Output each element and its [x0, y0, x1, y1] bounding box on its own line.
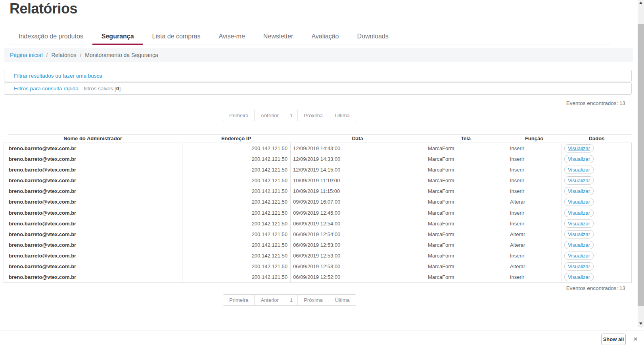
breadcrumb-separator: /	[80, 52, 81, 58]
filter-search-link[interactable]: Filtrar resultados ou fazer uma busca	[14, 73, 102, 79]
table-row: breno.barreto@vtex.com.br 200.142.121.50…	[4, 240, 631, 250]
pagination-first-button[interactable]: Primeira	[223, 295, 254, 305]
cell-ip-address: 200.142.121.50	[182, 175, 290, 186]
cell-admin-email: breno.barreto@vtex.com.br	[4, 164, 182, 175]
visualizar-button[interactable]: Visualizar	[564, 144, 594, 153]
table-body: breno.barreto@vtex.com.br 200.142.121.50…	[4, 143, 632, 283]
visualizar-button[interactable]: Visualizar	[564, 241, 594, 249]
column-header-date: Data	[290, 135, 425, 142]
cell-date: 12/09/2019 14:33:00	[290, 154, 425, 164]
column-header-screen: Tela	[425, 135, 507, 142]
cell-action: Visualizar	[562, 186, 631, 196]
visualizar-button[interactable]: Visualizar	[564, 262, 594, 271]
cell-ip-address: 200.142.121.50	[182, 261, 290, 272]
filter-search-bar[interactable]: Filtrar resultados ou fazer uma busca	[4, 70, 632, 82]
show-all-button[interactable]: Show all	[601, 334, 626, 345]
cell-function: Alterar	[507, 240, 562, 250]
cell-ip-address: 200.142.121.50	[182, 164, 290, 175]
cell-action: Visualizar	[562, 164, 631, 175]
events-found-count-bottom: Eventos encontrados: 13	[467, 285, 625, 291]
table-row: breno.barreto@vtex.com.br 200.142.121.50…	[4, 207, 631, 218]
scrollbar-down-arrow-icon[interactable]	[639, 322, 642, 325]
cell-function: Alterar	[507, 261, 562, 272]
pagination-last-button[interactable]: Última	[329, 295, 356, 305]
pagination-first-button[interactable]: Primeira	[223, 110, 254, 121]
tab-bar: Indexação de produtos Segurança Lista de…	[10, 29, 611, 44]
cell-admin-email: breno.barreto@vtex.com.br	[4, 175, 182, 186]
close-icon[interactable]: ×	[633, 335, 638, 343]
cell-screen: MarcaForm	[425, 164, 507, 175]
downloads-notification-bar: Show all ×	[0, 330, 644, 349]
pagination-page-button[interactable]: 1	[285, 110, 297, 121]
cell-action: Visualizar	[562, 261, 631, 272]
cell-admin-email: breno.barreto@vtex.com.br	[4, 272, 182, 282]
cell-ip-address: 200.142.121.50	[182, 272, 290, 282]
cell-ip-address: 200.142.121.50	[182, 250, 290, 261]
visualizar-button[interactable]: Visualizar	[564, 273, 594, 281]
quick-filters-link[interactable]: Filtros para consulta rápida	[14, 86, 79, 92]
table-header-row: Nome do Administrador Endereço IP Data T…	[4, 135, 632, 142]
tab-newsletter[interactable]: Newsletter	[254, 29, 303, 45]
vertical-scrollbar[interactable]	[638, 0, 644, 327]
visualizar-button[interactable]: Visualizar	[564, 198, 594, 206]
pagination-previous-button[interactable]: Anterior	[254, 110, 285, 121]
cell-ip-address: 200.142.121.50	[182, 218, 290, 229]
cell-ip-address: 200.142.121.50	[182, 154, 290, 164]
cell-admin-email: breno.barreto@vtex.com.br	[4, 261, 182, 272]
cell-admin-email: breno.barreto@vtex.com.br	[4, 186, 182, 196]
cell-screen: MarcaForm	[425, 250, 507, 261]
breadcrumb: Página inicial / Relatórios / Monitorame…	[4, 48, 633, 62]
visualizar-button[interactable]: Visualizar	[564, 209, 594, 217]
tab-avaliacao[interactable]: Avaliação	[302, 29, 348, 45]
scrollbar-up-arrow-icon[interactable]	[639, 2, 642, 4]
page-title: Relatórios	[10, 0, 77, 17]
cell-date: 10/09/2019 11:15:00	[290, 186, 425, 196]
cell-screen: MarcaForm	[425, 240, 507, 250]
tab-seguranca[interactable]: Segurança	[92, 29, 143, 45]
pagination-next-button[interactable]: Próxima	[297, 110, 329, 121]
cell-screen: MarcaForm	[425, 154, 507, 164]
tab-avise-me[interactable]: Avise-me	[209, 29, 254, 45]
pagination-page-button[interactable]: 1	[285, 295, 297, 305]
pagination-bottom: Primeira Anterior 1 Próxima Última	[223, 294, 356, 306]
cell-ip-address: 200.142.121.50	[182, 207, 290, 218]
breadcrumb-link-home[interactable]: Página inicial	[10, 52, 43, 58]
visualizar-button[interactable]: Visualizar	[564, 155, 594, 163]
cell-function: Inserir	[507, 207, 562, 218]
visualizar-button[interactable]: Visualizar	[564, 176, 594, 185]
cell-date: 09/09/2019 12:45:00	[290, 207, 425, 218]
cell-date: 12/09/2019 14:15:00	[290, 164, 425, 175]
pagination-previous-button[interactable]: Anterior	[254, 295, 285, 305]
quick-filters-bar[interactable]: Filtros para consulta rápida - filtros s…	[4, 82, 632, 95]
visualizar-button[interactable]: Visualizar	[564, 230, 594, 238]
pagination-last-button[interactable]: Última	[329, 110, 356, 121]
cell-screen: MarcaForm	[425, 196, 507, 207]
table-row: breno.barreto@vtex.com.br 200.142.121.50…	[4, 218, 631, 229]
pagination-next-button[interactable]: Próxima	[297, 295, 329, 305]
visualizar-button[interactable]: Visualizar	[564, 252, 594, 260]
cell-date: 10/09/2019 11:19:00	[290, 175, 425, 186]
tab-lista-de-compras[interactable]: Lista de compras	[143, 29, 210, 45]
cell-action: Visualizar	[562, 154, 631, 164]
tab-downloads[interactable]: Downloads	[348, 29, 398, 45]
cell-ip-address: 200.142.121.50	[182, 240, 290, 250]
visualizar-button[interactable]: Visualizar	[564, 219, 594, 228]
table-row: breno.barreto@vtex.com.br 200.142.121.50…	[4, 154, 631, 164]
cell-screen: MarcaForm	[425, 207, 507, 218]
column-header-data: Dados	[562, 135, 632, 142]
visualizar-button[interactable]: Visualizar	[564, 166, 594, 174]
table-row: breno.barreto@vtex.com.br 200.142.121.50…	[4, 250, 631, 261]
cell-date: 06/09/2019 12:52:00	[290, 272, 425, 282]
tab-indexacao-de-produtos[interactable]: Indexação de produtos	[10, 29, 92, 45]
table-row: breno.barreto@vtex.com.br 200.142.121.50…	[4, 196, 631, 207]
cell-date: 06/09/2019 12:53:00	[290, 240, 425, 250]
cell-function: Alterar	[507, 196, 562, 207]
scrollbar-thumb[interactable]	[638, 24, 644, 306]
breadcrumb-item-monitoramento: Monitoramento da Segurança	[85, 52, 158, 58]
cell-action: Visualizar	[562, 143, 631, 154]
cell-action: Visualizar	[562, 250, 631, 261]
visualizar-button[interactable]: Visualizar	[564, 187, 594, 195]
cell-ip-address: 200.142.121.50	[182, 229, 290, 240]
table-top-rule	[8, 134, 632, 135]
table-row: breno.barreto@vtex.com.br 200.142.121.50…	[4, 175, 631, 186]
